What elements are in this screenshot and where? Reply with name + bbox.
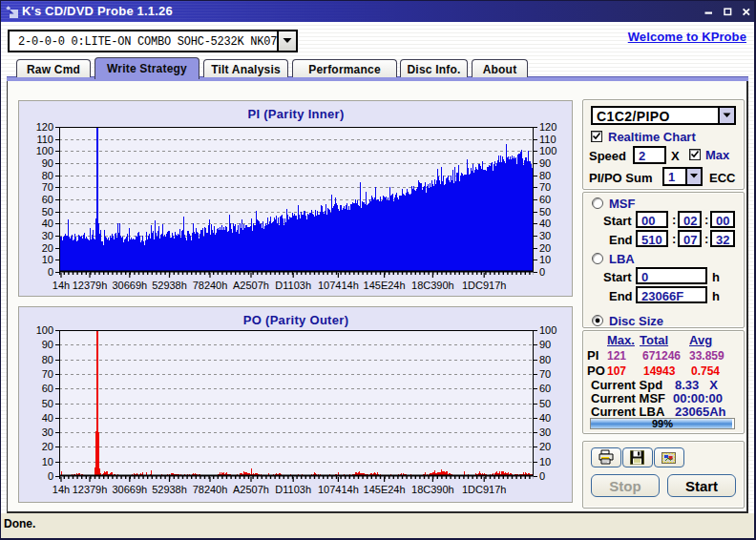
svg-text:70: 70 — [42, 368, 53, 380]
svg-text:30: 30 — [42, 230, 53, 241]
svg-text:12379h: 12379h — [73, 280, 108, 291]
svg-text:0: 0 — [48, 266, 53, 278]
svg-text:20: 20 — [42, 441, 53, 452]
svg-text:PI (Parity Inner): PI (Parity Inner) — [247, 107, 344, 121]
svg-text:60: 60 — [42, 383, 53, 394]
svg-text:52938h: 52938h — [152, 484, 187, 495]
svg-text:30: 30 — [539, 230, 551, 241]
svg-text:18C390h: 18C390h — [411, 484, 454, 495]
svg-text:70: 70 — [539, 181, 551, 193]
svg-text:10: 10 — [42, 456, 53, 467]
svg-text:40: 40 — [42, 412, 53, 424]
svg-text:80: 80 — [42, 354, 53, 365]
svg-text:D1103h: D1103h — [275, 484, 311, 495]
svg-text:12379h: 12379h — [73, 484, 108, 495]
svg-text:60: 60 — [539, 194, 551, 205]
svg-text:120: 120 — [36, 121, 53, 133]
svg-text:145E24h: 145E24h — [364, 280, 406, 291]
svg-text:60: 60 — [42, 194, 53, 205]
svg-text:10: 10 — [539, 456, 551, 467]
svg-text:107414h: 107414h — [318, 484, 359, 495]
svg-text:90: 90 — [42, 339, 53, 350]
svg-text:107414h: 107414h — [318, 280, 359, 291]
svg-text:80: 80 — [42, 170, 53, 181]
svg-text:110: 110 — [36, 134, 53, 145]
svg-text:18C390h: 18C390h — [411, 280, 454, 291]
svg-text:100: 100 — [36, 145, 53, 156]
svg-text:30669h: 30669h — [112, 280, 147, 291]
svg-text:80: 80 — [539, 170, 551, 181]
svg-text:145E24h: 145E24h — [364, 484, 406, 495]
svg-text:70: 70 — [42, 181, 53, 193]
svg-text:40: 40 — [539, 218, 551, 229]
svg-text:A2507h: A2507h — [233, 484, 269, 495]
svg-text:14h: 14h — [52, 280, 70, 291]
svg-text:14h: 14h — [52, 484, 70, 495]
svg-text:40: 40 — [42, 218, 53, 229]
svg-text:100: 100 — [539, 324, 556, 336]
svg-text:78240h: 78240h — [193, 280, 228, 291]
svg-text:0: 0 — [539, 266, 545, 278]
svg-text:0: 0 — [48, 470, 53, 482]
svg-text:50: 50 — [42, 206, 53, 218]
svg-text:D1103h: D1103h — [275, 280, 311, 291]
svg-text:0: 0 — [539, 470, 545, 482]
svg-text:20: 20 — [539, 242, 551, 254]
svg-text:20: 20 — [539, 441, 551, 452]
svg-text:30: 30 — [42, 426, 53, 438]
svg-text:90: 90 — [539, 157, 551, 169]
svg-text:90: 90 — [539, 339, 551, 350]
svg-text:90: 90 — [42, 157, 53, 169]
svg-text:110: 110 — [539, 134, 556, 145]
svg-text:50: 50 — [539, 398, 551, 409]
svg-text:10: 10 — [42, 254, 53, 265]
svg-text:78240h: 78240h — [193, 484, 228, 495]
svg-text:20: 20 — [42, 242, 53, 254]
svg-text:60: 60 — [539, 383, 551, 394]
svg-text:52938h: 52938h — [152, 280, 187, 291]
svg-text:30: 30 — [539, 426, 551, 438]
svg-text:PO (Parity Outer): PO (Parity Outer) — [243, 313, 349, 327]
svg-text:120: 120 — [539, 121, 556, 133]
svg-text:40: 40 — [539, 412, 551, 424]
svg-text:1DC917h: 1DC917h — [462, 484, 506, 495]
svg-text:80: 80 — [539, 354, 551, 365]
svg-text:100: 100 — [539, 145, 556, 156]
svg-text:50: 50 — [539, 206, 551, 218]
svg-text:50: 50 — [42, 398, 53, 409]
svg-text:100: 100 — [36, 324, 53, 336]
svg-text:1DC917h: 1DC917h — [462, 280, 506, 291]
svg-text:30669h: 30669h — [112, 484, 147, 495]
svg-text:A2507h: A2507h — [233, 280, 269, 291]
svg-text:10: 10 — [539, 254, 551, 265]
svg-text:70: 70 — [539, 368, 551, 380]
